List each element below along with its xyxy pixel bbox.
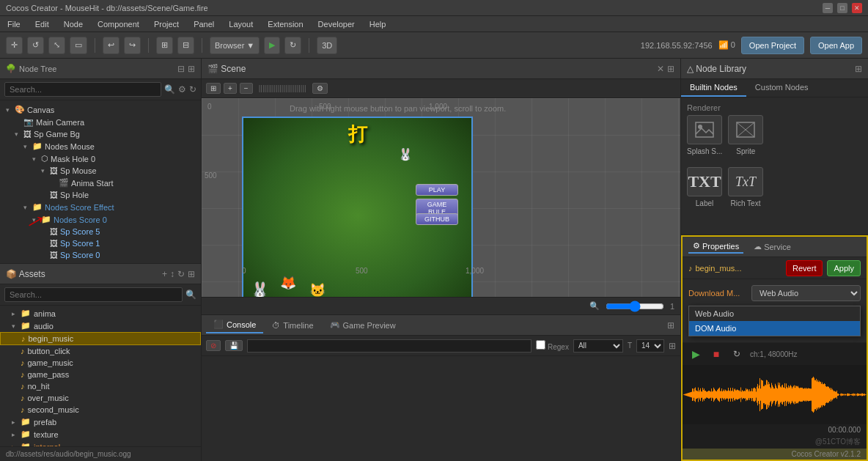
revert-btn[interactable]: Revert [786, 260, 823, 276]
tool-mode[interactable]: ⊞ [156, 37, 173, 54]
lib-item-sprite[interactable]: Sprite [728, 115, 763, 155]
tree-item-nodes-score-effect[interactable]: ▾ 📁 Nodes Score Effect [0, 201, 201, 213]
play-btn[interactable]: ▶ [264, 37, 280, 54]
lib-item-splash[interactable]: Splash S... [687, 115, 722, 155]
font-size-select[interactable]: 14 12 16 [636, 339, 664, 353]
assets-add-btn[interactable]: + [162, 269, 167, 279]
bottom-panel-close[interactable]: ⊞ [661, 320, 680, 331]
tree-item-sp-score-5[interactable]: 🖼 Sp Score 5 [0, 226, 201, 237]
tree-item-sp-hole[interactable]: 🖼 Sp Hole [0, 189, 201, 201]
tool-undo[interactable]: ↩ [103, 37, 119, 54]
tree-item-anima-start[interactable]: 🎬 Anima Start [0, 177, 201, 189]
assets-refresh-btn[interactable]: ↻ [177, 269, 185, 279]
asset-item-texture[interactable]: ▸ 📁 texture [0, 428, 201, 440]
node-library-close[interactable]: ⊞ [855, 64, 862, 74]
tool-scale[interactable]: ⤡ [48, 37, 65, 54]
tool-move[interactable]: ✛ [6, 37, 23, 54]
scene-canvas[interactable]: 0 500 1,000 500 Drag with right mouse bu… [202, 98, 680, 297]
refresh-icon[interactable]: ↻ [189, 84, 196, 95]
dropdown-overlay[interactable]: Web Audio DOM Audio [688, 306, 861, 336]
open-project-btn[interactable]: Open Project [741, 37, 804, 54]
menu-layout[interactable]: Layout [226, 18, 256, 30]
tool-rotate[interactable]: ↺ [27, 37, 44, 54]
tool-mode2[interactable]: ⊟ [177, 37, 194, 54]
lib-item-label[interactable]: TXT Label [687, 167, 722, 207]
asset-item-internal[interactable]: ▸ 📁 internal [0, 440, 201, 446]
asset-item-game-pass[interactable]: ♪ game_pass [0, 369, 201, 380]
mode-3d[interactable]: 3D [317, 37, 337, 54]
window-controls[interactable]: ─ □ ✕ [823, 3, 862, 13]
audio-play-btn[interactable]: ▶ [688, 347, 703, 361]
maximize-btn[interactable]: □ [837, 3, 847, 13]
zoom-fit-btn[interactable]: ⊞ [206, 83, 221, 94]
asset-item-over-music[interactable]: ♪ over_music [0, 392, 201, 404]
open-app-btn[interactable]: Open App [810, 37, 862, 54]
menu-developer[interactable]: Developer [315, 18, 358, 30]
console-save-btn[interactable]: 💾 [225, 340, 243, 351]
menu-edit[interactable]: Edit [32, 18, 52, 30]
node-tree-expand-btn[interactable]: ⊞ [188, 64, 195, 74]
assets-sort-btn[interactable]: ↕ [170, 269, 174, 279]
tool-rect[interactable]: ▭ [70, 37, 87, 54]
tab-timeline[interactable]: ⏱ Timeline [265, 318, 320, 333]
tree-item-sp-score-0[interactable]: 🖼 Sp Score 0 [0, 249, 201, 261]
regex-checkbox[interactable] [536, 340, 545, 350]
prop-tab-properties[interactable]: ⚙ Properties [688, 240, 743, 254]
audio-stop-btn[interactable]: ■ [709, 347, 724, 361]
tab-game-preview[interactable]: 🎮 Game Preview [323, 317, 403, 333]
tree-item-mask-hole[interactable]: ▾ ⬡ Mask Hole 0 [0, 152, 201, 165]
node-tree-search-input[interactable] [4, 82, 161, 97]
tool-redo[interactable]: ↪ [124, 37, 141, 54]
lib-tab-custom[interactable]: Custom Nodes [746, 79, 817, 97]
menu-help[interactable]: Help [367, 18, 389, 30]
tree-item-sp-game-bg[interactable]: ▾ 🖼 Sp Game Bg [0, 128, 201, 140]
node-tree-collapse-btn[interactable]: ⊟ [177, 64, 185, 74]
console-filter-select[interactable]: All Errors Warnings [573, 339, 623, 353]
dropdown-item-web-audio[interactable]: Web Audio [689, 306, 860, 321]
audio-refresh-btn[interactable]: ↻ [729, 347, 744, 361]
console-input[interactable] [247, 339, 532, 353]
menu-extension[interactable]: Extension [265, 18, 306, 30]
asset-item-game-music[interactable]: ♪ game_music [0, 357, 201, 369]
assets-search-input[interactable] [4, 287, 183, 302]
apply-btn[interactable]: Apply [827, 260, 861, 276]
close-btn[interactable]: ✕ [852, 3, 862, 13]
tree-item-main-camera[interactable]: 📷 Main Camera [0, 116, 201, 128]
zoom-out-btn[interactable]: − [240, 83, 253, 94]
menu-panel[interactable]: Panel [191, 18, 217, 30]
dropdown-item-dom-audio[interactable]: DOM Audio [689, 321, 860, 336]
tree-item-sp-mouse[interactable]: ▾ 🖼 Sp Mouse [0, 165, 201, 177]
scene-close-btn[interactable]: ✕ [657, 64, 664, 74]
menu-component[interactable]: Component [95, 18, 142, 30]
settings-icon[interactable]: ⚙ [178, 84, 186, 95]
asset-item-prefab[interactable]: ▸ 📁 prefab [0, 416, 201, 428]
asset-item-audio[interactable]: ▾ 📁 audio [0, 320, 201, 332]
menu-file[interactable]: File [4, 18, 23, 30]
minimize-btn[interactable]: ─ [823, 3, 833, 13]
console-expand-btn[interactable]: ⊞ [669, 341, 676, 351]
refresh-btn[interactable]: ↻ [284, 37, 301, 54]
tree-item-sp-score-1[interactable]: 🖼 Sp Score 1 [0, 237, 201, 249]
prop-tab-service[interactable]: ☁ Service [749, 240, 795, 253]
zoom-slider[interactable] [606, 300, 664, 312]
asset-item-anima[interactable]: ▸ 📁 anima [0, 307, 201, 320]
asset-item-begin-music[interactable]: ♪ begin_music [0, 332, 201, 345]
asset-item-button-click[interactable]: ♪ button_click [0, 345, 201, 357]
tree-item-nodes-score-0[interactable]: ▾ 📁 Nodes Score 0 [0, 213, 201, 226]
menu-project[interactable]: Project [151, 18, 182, 30]
tab-console[interactable]: ⬛ Console [206, 317, 263, 333]
asset-item-no-hit[interactable]: ♪ no_hit [0, 380, 201, 392]
asset-item-second-music[interactable]: ♪ second_music [0, 404, 201, 416]
tree-item-canvas[interactable]: ▾ 🎨 Canvas [0, 103, 201, 116]
menu-node[interactable]: Node [61, 18, 86, 30]
download-mode-select[interactable]: Web Audio DOM Audio [751, 285, 861, 301]
lib-item-rich-text[interactable]: TxT Rich Text [728, 167, 763, 207]
tree-item-nodes-mouse[interactable]: ▾ 📁 Nodes Mouse [0, 140, 201, 152]
scene-settings-btn[interactable]: ⚙ [312, 83, 328, 94]
zoom-in-btn[interactable]: + [224, 83, 237, 94]
assets-expand-btn[interactable]: ⊞ [188, 269, 195, 279]
console-clear-btn[interactable]: ⊘ [206, 340, 221, 351]
scene-expand-btn[interactable]: ⊞ [667, 64, 674, 74]
browser-dropdown[interactable]: Browser ▼ [210, 37, 260, 54]
lib-tab-builtin[interactable]: Builtin Nodes [681, 79, 746, 97]
